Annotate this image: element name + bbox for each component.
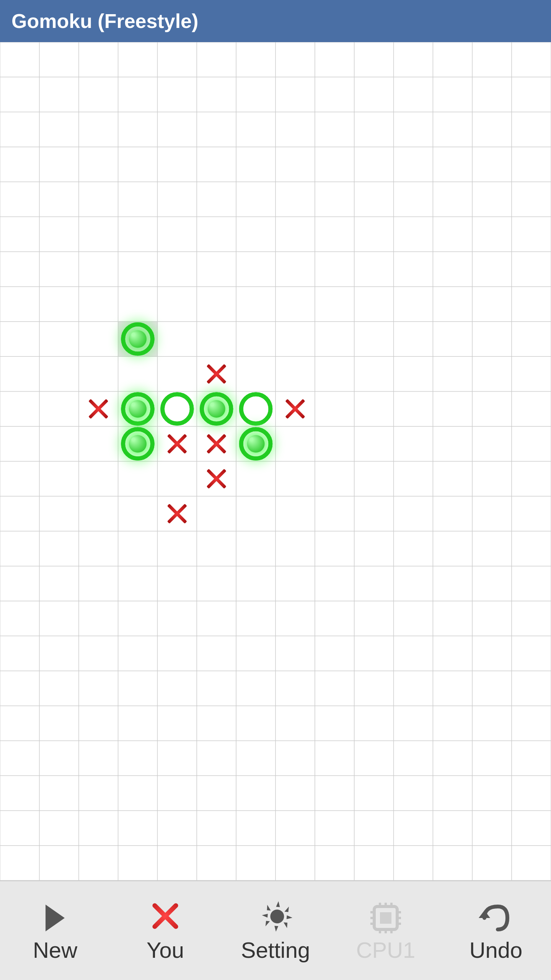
title-bar: Gomoku (Freestyle) <box>0 0 551 42</box>
game-board[interactable] <box>0 42 551 880</box>
svg-marker-16 <box>479 910 490 918</box>
game-board-container[interactable] <box>0 42 551 880</box>
cpu-label: CPU1 <box>356 937 416 963</box>
setting-button[interactable]: Setting <box>222 889 329 973</box>
app-title: Gomoku (Freestyle) <box>11 10 198 33</box>
you-x-icon <box>148 899 183 933</box>
new-button[interactable]: New <box>2 889 109 973</box>
svg-marker-0 <box>46 905 65 931</box>
svg-rect-3 <box>380 912 391 924</box>
cpu-button[interactable]: CPU1 <box>332 889 439 973</box>
undo-button[interactable]: Undo <box>442 889 549 973</box>
undo-label: Undo <box>469 937 523 963</box>
new-label: New <box>33 937 77 963</box>
new-icon <box>36 899 74 937</box>
svg-point-1 <box>272 905 289 922</box>
undo-icon <box>477 899 515 937</box>
bottom-bar: New You Setting <box>0 880 551 980</box>
setting-label: Setting <box>241 937 310 963</box>
cpu-icon <box>367 899 405 937</box>
you-button[interactable]: You <box>112 889 219 973</box>
gear-icon <box>258 891 304 937</box>
you-label: You <box>147 937 184 963</box>
